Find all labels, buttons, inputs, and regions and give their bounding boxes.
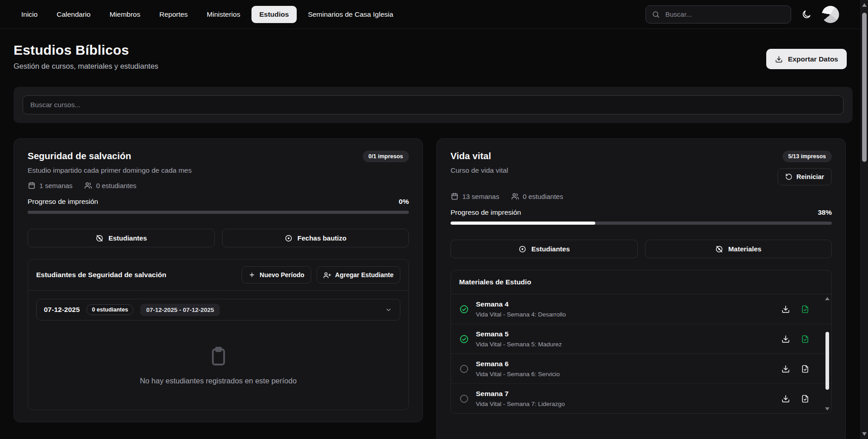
materials-scrollbar[interactable] (825, 296, 830, 412)
scroll-up-arrow[interactable] (825, 297, 830, 300)
students-panel-title: Estudiantes de Seguridad de salvación (36, 271, 166, 279)
global-search-input[interactable] (664, 10, 785, 19)
progress-label: Progreso de impresión (28, 198, 98, 206)
global-search[interactable] (645, 5, 791, 24)
page-header: Estudios Bíblicos Gestión de cursos, mat… (0, 29, 868, 71)
moon-icon (802, 9, 811, 19)
progress-bar (28, 211, 409, 214)
eye-off-icon (715, 245, 723, 253)
eye-off-icon (95, 234, 104, 242)
view-toggle-buttons: EstudiantesMateriales (451, 240, 832, 258)
new-period-button[interactable]: Nuevo Período (242, 266, 311, 283)
export-data-button[interactable]: Exportar Datos (766, 49, 847, 69)
not-printed-circle-icon (459, 394, 469, 404)
file-check-icon[interactable] (801, 394, 810, 403)
scroll-down-arrow[interactable] (825, 407, 830, 411)
search-icon (652, 10, 660, 19)
reset-button[interactable]: Reiniciar (778, 168, 832, 185)
printed-count-badge: 5/13 impresos (783, 151, 832, 162)
nav-item-ministerios[interactable]: Ministerios (199, 6, 248, 23)
estudiantes-toggle-button[interactable]: Estudiantes (451, 240, 638, 258)
students-count: 0 estudiantes (96, 182, 136, 189)
progress-bar-fill (451, 222, 595, 225)
scroll-up-arrow[interactable] (862, 3, 867, 7)
material-title: Semana 4 (476, 300, 774, 308)
period-select[interactable]: 07-12-2025 0 estudiantes 07-12-2025 - 07… (36, 299, 400, 321)
download-icon (775, 55, 783, 63)
period-date: 07-12-2025 (44, 306, 80, 314)
nav-item-estudios[interactable]: Estudios (251, 6, 296, 23)
file-check-icon[interactable] (801, 305, 810, 314)
chevron-down-icon (384, 306, 393, 314)
nav-item-miembros[interactable]: Miembros (102, 6, 148, 23)
course-card-vida-vital: Vida vital Curso de vida vital 5/13 impr… (436, 138, 846, 439)
nav-item-calendario[interactable]: Calendario (49, 6, 98, 23)
export-data-label: Exportar Datos (788, 55, 838, 63)
scroll-down-arrow[interactable] (862, 432, 867, 436)
file-check-icon[interactable] (801, 335, 810, 344)
progress-value: 38% (818, 208, 832, 217)
download-material-icon[interactable] (781, 335, 790, 344)
course-title: Seguridad de salvación (28, 151, 192, 161)
theme-toggle-button[interactable] (798, 6, 815, 23)
course-card-seguridad-de-salvacion: Seguridad de salvación Estudio impartido… (14, 138, 423, 422)
material-row-semana-5: Semana 5Vida Vital - Semana 5: Madurez (451, 324, 831, 354)
users-icon (84, 181, 92, 189)
materiales-toggle-button[interactable]: Materiales (645, 240, 832, 258)
user-avatar[interactable] (822, 6, 839, 23)
topbar-right (645, 5, 839, 24)
eye-icon (285, 234, 293, 242)
add-student-button[interactable]: Agregar Estudiante (317, 266, 400, 283)
not-printed-circle-icon (459, 364, 469, 374)
period-date-range: 07-12-2025 - 07-12-2025 (140, 304, 220, 316)
empty-students-state: No hay estudiantes registrados en este p… (28, 329, 408, 410)
nav-item-reportes[interactable]: Reportes (152, 6, 195, 23)
material-row-semana-6: Semana 6Vida Vital - Semana 6: Servicio (451, 354, 831, 383)
page-title: Estudios Bíblicos (14, 42, 847, 58)
progress-label: Progreso de impresión (451, 208, 521, 217)
view-toggle-buttons: EstudiantesFechas bautizo (28, 229, 409, 247)
users-icon (511, 192, 519, 200)
weeks-count: 13 semanas (462, 193, 499, 200)
page-scrollbar[interactable] (860, 0, 868, 439)
material-subtitle: Vida Vital - Semana 6: Servicio (476, 371, 774, 378)
students-count: 0 estudiantes (523, 193, 563, 200)
fechas-bautizo-toggle-button[interactable]: Fechas bautizo (222, 229, 409, 247)
material-row-semana-7: Semana 7Vida Vital - Semana 7: Liderazgo (451, 383, 831, 413)
material-title: Semana 5 (476, 330, 774, 338)
download-material-icon[interactable] (781, 305, 790, 314)
materials-panel-title: Materiales de Estudio (459, 278, 531, 286)
material-subtitle: Vida Vital - Semana 7: Liderazgo (476, 401, 774, 407)
course-search-section (14, 87, 853, 123)
download-material-icon[interactable] (781, 364, 790, 373)
course-search-input[interactable] (23, 95, 844, 114)
course-meta: 13 semanas 0 estudiantes (451, 192, 832, 200)
students-panel: Estudiantes de Seguridad de salvación Nu… (28, 259, 409, 410)
course-description: Estudio impartido cada primer domingo de… (28, 166, 192, 175)
nav-item-inicio[interactable]: Inicio (14, 6, 45, 23)
weeks-count: 1 semanas (39, 182, 72, 189)
plus-icon (248, 271, 256, 279)
material-title: Semana 6 (476, 360, 774, 368)
rotate-ccw-icon (785, 173, 792, 180)
download-material-icon[interactable] (781, 394, 790, 403)
scrollbar-thumb[interactable] (825, 332, 829, 390)
estudiantes-toggle-button[interactable]: Estudiantes (28, 229, 215, 247)
course-description: Curso de vida vital (451, 166, 508, 175)
page-subtitle: Gestión de cursos, materiales y estudian… (14, 62, 847, 71)
top-navigation-bar: InicioCalendarioMiembrosReportesMinister… (0, 0, 868, 29)
printed-check-circle-icon (459, 334, 469, 344)
material-subtitle: Vida Vital - Semana 4: Desarrollo (476, 311, 774, 318)
main-nav: InicioCalendarioMiembrosReportesMinister… (14, 6, 401, 23)
scrollbar-thumb[interactable] (862, 13, 867, 162)
nav-item-seminarios-de-casa-iglesia[interactable]: Seminarios de Casa Iglesia (300, 6, 401, 23)
file-check-icon[interactable] (801, 364, 810, 373)
progress-value: 0% (399, 198, 409, 206)
clipboard-icon (208, 346, 229, 367)
calendar-icon (28, 181, 36, 189)
calendar-icon (451, 192, 459, 200)
eye-icon (518, 245, 526, 253)
material-title: Semana 7 (476, 390, 774, 398)
course-title: Vida vital (451, 151, 508, 161)
user-plus-icon (323, 271, 331, 279)
